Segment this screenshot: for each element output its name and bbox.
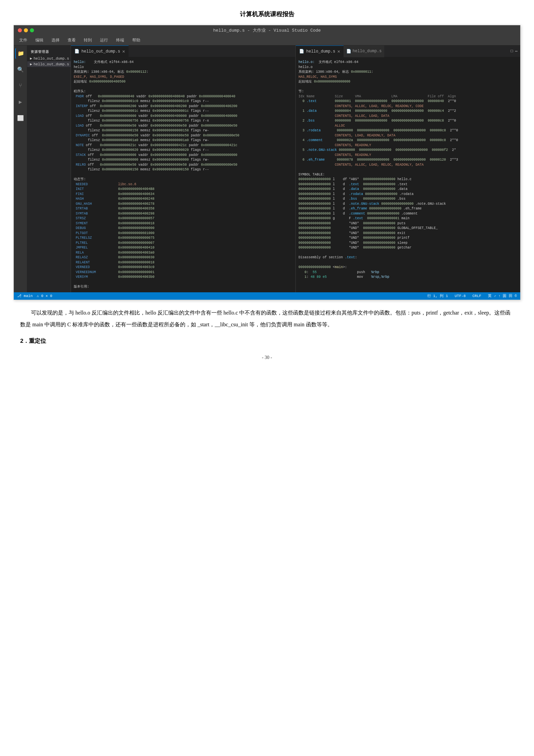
code-line: 0000000000000000 l d .data 0000000000000…	[296, 187, 520, 192]
code-line: 程序头:	[71, 89, 295, 94]
code-line: CONTENTS, ALLOC, LOAD, RELOC, READONLY, …	[296, 104, 520, 109]
activity-bar: 📁 🔍 ⑂ ▶ ⬜	[14, 45, 27, 292]
right-code-content: hello.o: 文件格式 elf64-x86-64 hello.o 系统架构:…	[296, 57, 520, 283]
explorer-item-1[interactable]: ▶ hello_out_dump.s	[27, 56, 71, 61]
code-line: STRSZ 0x0000000000000057	[71, 216, 295, 221]
right-tab2-label: hello_dump.s	[353, 49, 382, 54]
code-line: VERNEEDNUM 0x0000000000000001	[71, 270, 295, 275]
status-branch: ⎇ main	[17, 294, 33, 298]
code-line: 2 .bss 00000000 0000000000000000 0000000…	[296, 119, 520, 124]
sidebar-extensions-icon[interactable]: ⬜	[15, 113, 26, 124]
explorer-item-1-label: hello_out_dump.s	[34, 57, 69, 61]
code-line: HAS_RELOC, HAS_SYMS	[296, 75, 520, 80]
code-line: SYMENT 0x0000000000000018	[71, 221, 295, 226]
code-line	[296, 167, 520, 172]
menu-bar: 文件 编辑 选择 查看 转到 运行 终端 帮助	[14, 35, 520, 45]
code-line: filesz 0x00000000000001a0 memsz 0x000000…	[71, 138, 295, 143]
left-tab-close[interactable]: ✕	[122, 48, 125, 54]
code-line: GNU_HASH 0x0000000000400278	[71, 202, 295, 207]
file-icon-1: ▶	[30, 56, 32, 61]
code-line: PLTGOT 0x0000000000601000	[71, 231, 295, 236]
code-line	[71, 172, 295, 177]
menu-run[interactable]: 运行	[99, 37, 109, 44]
code-line: 5 .note.GNU-stack 00000000 0000000000000…	[296, 148, 520, 153]
menu-view[interactable]: 查看	[66, 37, 77, 44]
code-line: EXEC_P, HAS_SYMS, D_PAGED	[71, 75, 295, 80]
right-tab-close[interactable]: ✕	[337, 48, 340, 54]
page-title: 计算机系统课程报告	[0, 0, 534, 25]
editor-area: 📁 🔍 ⑂ ▶ ⬜ 资源管理器 ▶ hello_out_dump.s ▶ hel…	[14, 45, 520, 292]
right-tab-icon: 📄	[299, 49, 304, 54]
code-line: CONTENTS, READONLY	[296, 153, 520, 158]
right-editor-pane: 📄 hello_dump.s ✕ 📄 hello_dump.s □ ⋯ hell…	[296, 45, 520, 292]
code-line: Idx Name Size VMA LMA File off Algn	[296, 94, 520, 99]
code-line: 版本引用:	[71, 285, 295, 290]
section-heading: 2．重定位	[20, 337, 514, 345]
code-line	[296, 260, 520, 265]
menu-select[interactable]: 选择	[50, 37, 61, 44]
code-line: 0000000000000000 g F .text 0000000000000…	[296, 216, 520, 221]
menu-file[interactable]: 文件	[18, 37, 29, 44]
code-line: 0000000000000000 *UND* 0000000000000000 …	[296, 241, 520, 246]
code-line: JMPREL 0x0000000000400410	[71, 245, 295, 251]
code-line: 0 .text 00000081 0000000000000000 000000…	[296, 99, 520, 104]
sidebar-debug-icon[interactable]: ▶	[15, 97, 26, 107]
code-line: filesz 0x0000000000000000 memsz 0x000000…	[71, 158, 295, 163]
code-line: STACK off 0x0000000000000000 vaddr 0x000…	[71, 153, 295, 158]
code-line: filesz 0x0000000000000020 memsz 0x000000…	[71, 148, 295, 153]
left-tab-icon: 📄	[74, 49, 79, 54]
code-line: LOAD off 0x0000000000000e50 vaddr 0x0000…	[71, 124, 295, 129]
menu-terminal[interactable]: 终端	[115, 37, 126, 44]
code-line: 3 .rodata 00000000 0000000000000000 0000…	[296, 128, 520, 133]
menu-edit[interactable]: 编辑	[34, 37, 45, 44]
left-editor-pane: 📄 hello_out_dump.s ✕ hello: 文件格式 elf64-x…	[71, 45, 296, 292]
code-line: NOTE off 0x000000000000021c vaddr 0x0000…	[71, 143, 295, 148]
sidebar-git-icon[interactable]: ⑂	[15, 80, 26, 91]
code-line: hello	[71, 65, 295, 70]
code-line: 0000000000000000 *UND* 0000000000000000 …	[296, 226, 520, 231]
explorer-item-2[interactable]: ▶ hello_out_dump.s	[27, 61, 71, 67]
page-number: - 30 -	[0, 355, 534, 360]
sidebar-search-icon[interactable]: 🔍	[15, 64, 26, 75]
code-line	[296, 251, 520, 256]
editor-panes: 📄 hello_out_dump.s ✕ hello: 文件格式 elf64-x…	[71, 45, 520, 292]
code-line: 4 .comment 0000002a 0000000000000000 000…	[296, 138, 520, 143]
code-line: RELASZ 0x0000000000000030	[71, 255, 295, 260]
code-line: DYNAMIC off 0x0000000000000e50 vaddr 0x0…	[71, 133, 295, 138]
vscode-window: hello_dump.s - 大作业 - Visual Studio Code …	[13, 25, 521, 300]
right-pane-tab-inactive[interactable]: 📄 hello_dump.s	[344, 45, 384, 57]
menu-help[interactable]: 帮助	[131, 37, 142, 44]
paragraph-1: 可以发现的是，与 hello.o 反汇编出的文件相比，hello 反汇编出的文件…	[20, 307, 514, 330]
code-line: 0000000000000000 l d .eh_frame 000000000…	[296, 206, 520, 211]
code-line: PLTRELSZ 0x0000000000000075	[71, 236, 295, 241]
code-line: PHDR off 0x0000000000000040 vaddr 0x0000…	[71, 94, 295, 99]
code-line: filesz 0x0000000000000150 memsz 0x000000…	[71, 167, 295, 172]
code-line: 0000000000000000 <main>:	[296, 265, 520, 270]
sidebar-explorer-icon[interactable]: 📁	[15, 48, 26, 59]
right-pane-tab-active[interactable]: 📄 hello_dump.s ✕	[296, 45, 344, 57]
code-line: 节:	[296, 89, 520, 94]
title-bar: hello_dump.s - 大作业 - Visual Studio Code	[14, 25, 520, 35]
code-line: 0000000000000000 l d .comment 0000000000…	[296, 211, 520, 217]
code-line: CONTENTS, ALLOC, LOAD, RELOC, READONLY, …	[296, 163, 520, 168]
code-line: filesz 0x00000000000001c0 memsz 0x000000…	[71, 99, 295, 104]
menu-goto[interactable]: 转到	[82, 37, 93, 44]
split-editor-icon[interactable]: □	[511, 49, 513, 54]
code-line: ALLOC	[296, 124, 520, 129]
more-icon[interactable]: ⋯	[515, 49, 518, 54]
code-line: 0000000000000000 *UND* 0000000000000000 …	[296, 231, 520, 236]
code-line: FINI 0x0000000000400634	[71, 192, 295, 197]
code-line: 0000000000000000 l d .bss 00000000000000…	[296, 197, 520, 202]
left-pane-tab[interactable]: 📄 hello_out_dump.s ✕	[71, 45, 129, 57]
file-icon-2: ▶	[30, 62, 32, 66]
code-line: 0000000000000000 *UND* 0000000000000000 …	[296, 245, 520, 251]
status-bar: ⎇ main ⚠ 0 ✕ 0 行 1, 列 1 UTF-8 CRLF 英 ♂ ↑…	[14, 292, 520, 300]
code-line	[71, 85, 295, 90]
code-line: CONTENTS, LOAD, READONLY, DATA	[296, 133, 520, 138]
right-tab2-icon: 📄	[346, 49, 351, 54]
code-line: DEBUG 0x0000000000000000	[71, 226, 295, 231]
code-line	[296, 85, 520, 90]
left-tab-label: hello_out_dump.s	[81, 49, 120, 54]
code-line: 0: 55 push %rbp	[296, 270, 520, 275]
code-line: 起始地址 0x0000000000400500	[71, 79, 295, 85]
